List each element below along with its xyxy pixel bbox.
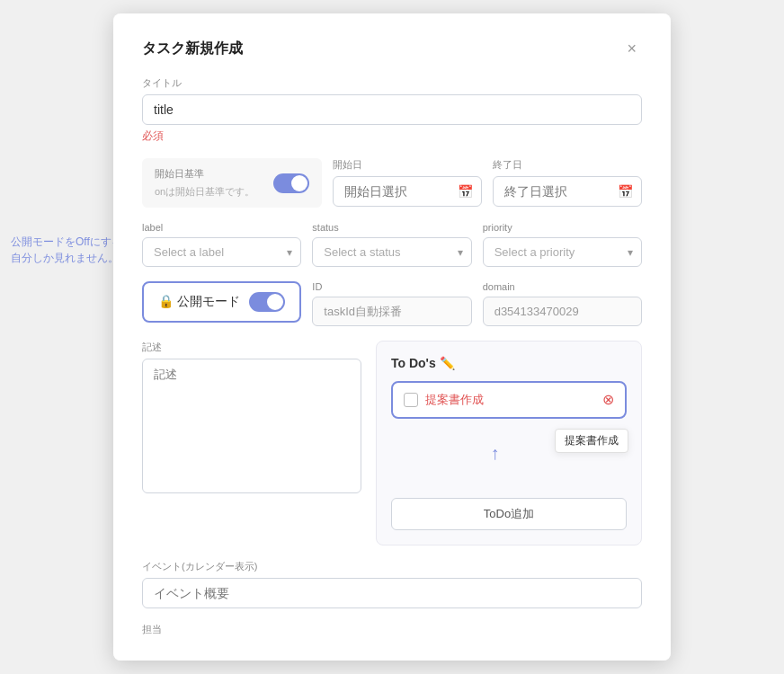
start-base-label: 開始日基準 — [155, 167, 254, 181]
assignee-section: 担当 — [142, 623, 642, 636]
id-label: ID — [312, 281, 471, 292]
todo-item-text: 提案書作成 — [425, 392, 595, 408]
public-mode-label: 🔒 公開モード — [158, 294, 240, 310]
public-mode-row: 🔒 公開モード ID domain — [142, 281, 642, 326]
label-select[interactable]: Select a label — [142, 237, 301, 267]
todos-header: To Do's ✏️ — [391, 356, 627, 370]
domain-col: domain — [483, 281, 642, 326]
description-label: 記述 — [142, 341, 361, 354]
annotation-text-line2: 自分しか見れません。 — [11, 252, 119, 264]
public-mode-col: 🔒 公開モード — [142, 281, 301, 326]
todos-title: To Do's ✏️ — [391, 356, 455, 370]
public-mode-card: 🔒 公開モード — [142, 281, 301, 323]
description-textarea[interactable] — [142, 359, 361, 493]
title-label: タイトル — [142, 76, 642, 90]
status-select[interactable]: Select a status — [312, 237, 471, 267]
bottom-section: イベント(カレンダー表示) 担当 — [142, 560, 642, 636]
todo-arrow-icon: ↑ — [491, 443, 500, 464]
label-status-priority-row: label Select a label status Select a sta… — [142, 222, 642, 267]
event-label: イベント(カレンダー表示) — [142, 560, 642, 573]
overlay: 公開モードをOffにすると 自分しか見れません。 タスク新規作成 × タイトル … — [0, 0, 784, 674]
start-base-toggle[interactable] — [273, 173, 309, 193]
start-base-toggle-card: 開始日基準 onは開始日基準です。 — [142, 158, 322, 208]
label-select-wrapper: Select a label — [142, 237, 301, 267]
domain-label: domain — [483, 281, 642, 292]
start-base-col: 開始日基準 onは開始日基準です。 — [142, 158, 322, 208]
start-date-wrapper: 📅 — [333, 176, 482, 207]
modal-header: タスク新規作成 × — [142, 39, 642, 58]
end-date-input[interactable] — [493, 176, 642, 207]
end-date-label: 終了日 — [493, 158, 642, 172]
title-input[interactable] — [142, 94, 642, 125]
required-label: 必須 — [142, 129, 642, 144]
start-base-desc: onは開始日基準です。 — [155, 186, 254, 197]
event-input[interactable] — [142, 578, 642, 608]
priority-label: priority — [483, 222, 642, 233]
event-section: イベント(カレンダー表示) — [142, 560, 642, 608]
todo-panel: To Do's ✏️ 提案書作成 ⊗ 提案書作成 ↑ ToDo追加 — [376, 341, 642, 545]
modal: タスク新規作成 × タイトル 必須 開始日基準 onは開始日基準です。 — [113, 13, 671, 661]
add-todo-button[interactable]: ToDo追加 — [391, 498, 627, 530]
label-col: label Select a label — [142, 222, 301, 267]
label-label: label — [142, 222, 301, 233]
id-input — [312, 297, 471, 326]
description-todo-row: 記述 To Do's ✏️ 提案書作成 ⊗ 提案書作成 ↑ — [142, 341, 642, 545]
end-date-wrapper: 📅 — [493, 176, 642, 207]
assignee-label: 担当 — [142, 623, 642, 636]
close-button[interactable]: × — [621, 39, 642, 58]
todo-item: 提案書作成 ⊗ 提案書作成 ↑ — [391, 381, 627, 419]
end-date-col: 終了日 📅 — [493, 158, 642, 208]
domain-input — [483, 297, 642, 326]
priority-select[interactable]: Select a priority — [483, 237, 642, 267]
start-date-input[interactable] — [333, 176, 482, 207]
start-date-label: 開始日 — [333, 158, 482, 172]
status-select-wrapper: Select a status — [312, 237, 471, 267]
title-section: タイトル 必須 — [142, 76, 642, 144]
public-mode-toggle[interactable] — [249, 292, 285, 312]
todo-tooltip: 提案書作成 — [555, 429, 628, 453]
id-col: ID — [312, 281, 471, 326]
status-label: status — [312, 222, 471, 233]
description-col: 記述 — [142, 341, 361, 545]
priority-col: priority Select a priority — [483, 222, 642, 267]
start-base-info: 開始日基準 onは開始日基準です。 — [155, 167, 254, 199]
todo-checkbox[interactable] — [404, 393, 418, 407]
priority-select-wrapper: Select a priority — [483, 237, 642, 267]
todo-delete-button[interactable]: ⊗ — [602, 393, 614, 407]
start-date-col: 開始日 📅 — [333, 158, 482, 208]
status-col: status Select a status — [312, 222, 471, 267]
modal-title: タスク新規作成 — [142, 40, 243, 58]
date-row: 開始日基準 onは開始日基準です。 開始日 📅 終了日 � — [142, 158, 642, 208]
